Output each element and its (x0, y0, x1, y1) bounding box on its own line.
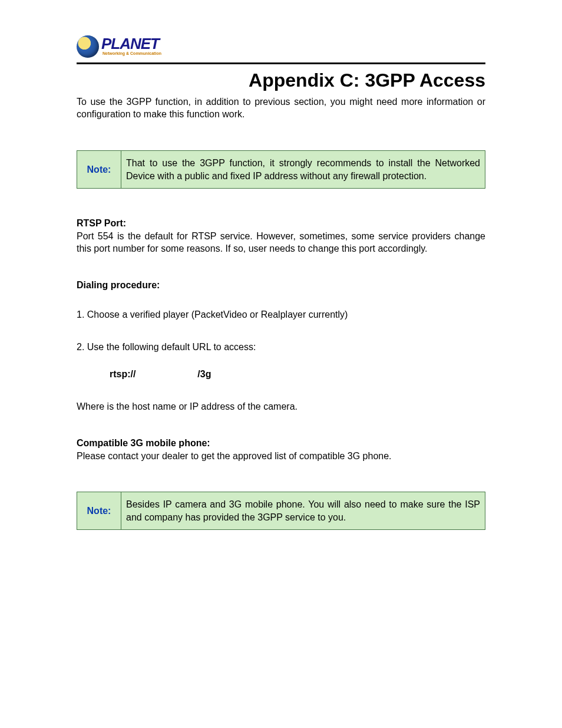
page-title: Appendix C: 3GPP Access (77, 68, 485, 93)
brand-tagline: Networking & Communication (103, 51, 161, 56)
brand-logo: PLANET Networking & Communication (77, 35, 161, 58)
rtsp-heading: RTSP Port: (77, 217, 485, 230)
note-text: That to use the 3GPP function, it strong… (121, 151, 485, 188)
url-suffix: /3g (197, 369, 211, 379)
rtsp-paragraph: Port 554 is the default for RTSP service… (77, 230, 485, 255)
header-logo-row: PLANET Networking & Communication (77, 35, 485, 64)
note-label-2: Note: (87, 505, 111, 518)
compat-heading: Compatible 3G mobile phone: (77, 437, 485, 450)
dialing-step-1: 1. Choose a verified player (PacketVideo… (77, 308, 485, 321)
dialing-step-2: 2. Use the following default URL to acce… (77, 341, 485, 354)
note-label: Note: (87, 163, 111, 176)
compat-paragraph: Please contact your dealer to get the ap… (77, 450, 485, 463)
dialing-heading: Dialing procedure: (77, 279, 485, 292)
note-box-1: Note: That to use the 3GPP function, it … (77, 150, 485, 189)
intro-paragraph: To use the 3GPP function, in addition to… (77, 95, 485, 121)
url-prefix: rtsp:// (110, 369, 135, 379)
where-explanation: Where is the host name or IP address of … (77, 400, 485, 413)
note-box-2: Note: Besides IP camera and 3G mobile ph… (77, 492, 485, 530)
globe-icon (77, 35, 99, 58)
note-label-cell: Note: (77, 151, 121, 188)
note-label-cell-2: Note: (77, 492, 121, 529)
brand-name: PLANET (101, 37, 161, 51)
note-text-2: Besides IP camera and 3G mobile phone. Y… (121, 492, 485, 529)
default-url: rtsp:// /3g (110, 368, 485, 381)
